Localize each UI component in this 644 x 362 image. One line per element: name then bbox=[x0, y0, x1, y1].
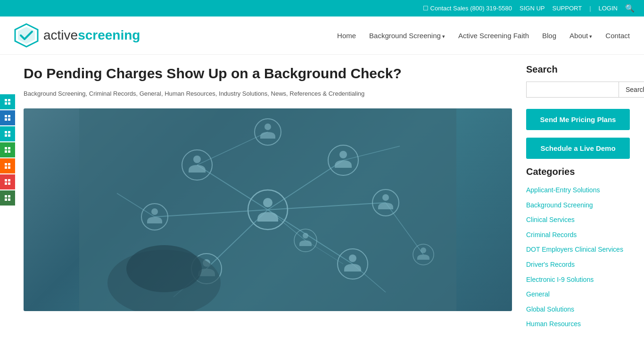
category-item: Clinical Services bbox=[526, 213, 630, 228]
nav-background-screening[interactable]: Background Screening bbox=[369, 32, 445, 40]
category-link[interactable]: General bbox=[526, 290, 550, 298]
category-link[interactable]: Electronic I-9 Solutions bbox=[526, 276, 594, 283]
svg-rect-12 bbox=[5, 134, 7, 137]
logo-text: activescreening bbox=[43, 28, 140, 43]
svg-rect-25 bbox=[8, 182, 10, 185]
categories-section: Categories Applicant-Entry SolutionsBack… bbox=[526, 166, 630, 332]
category-link[interactable]: Driver's Records bbox=[526, 261, 575, 268]
social-btn-5[interactable] bbox=[0, 158, 15, 173]
svg-rect-18 bbox=[5, 163, 7, 165]
svg-point-50 bbox=[264, 123, 271, 130]
svg-rect-24 bbox=[5, 182, 7, 185]
category-item: Criminal Records bbox=[526, 228, 630, 243]
svg-rect-27 bbox=[8, 195, 10, 197]
svg-rect-17 bbox=[8, 150, 10, 153]
social-btn-3[interactable] bbox=[0, 126, 15, 141]
svg-rect-16 bbox=[5, 150, 7, 153]
logo-icon bbox=[14, 23, 39, 48]
category-item: Driver's Records bbox=[526, 257, 630, 272]
search-section: Search Search bbox=[526, 64, 630, 98]
svg-point-46 bbox=[263, 198, 272, 207]
article-image bbox=[24, 108, 512, 311]
nav-about[interactable]: About bbox=[570, 32, 592, 40]
article-title: Do Pending Charges Show Up on a Backgrou… bbox=[24, 64, 512, 82]
social-btn-6[interactable] bbox=[0, 174, 15, 189]
svg-rect-14 bbox=[5, 147, 7, 149]
svg-point-64 bbox=[303, 233, 308, 239]
category-link[interactable]: Human Resources bbox=[526, 320, 581, 328]
category-item: DOT Employers Clinical Services bbox=[526, 242, 630, 257]
svg-rect-26 bbox=[5, 195, 7, 197]
social-btn-4[interactable] bbox=[0, 142, 15, 157]
svg-point-56 bbox=[349, 255, 356, 262]
svg-rect-21 bbox=[8, 166, 10, 169]
category-link[interactable]: Global Solutions bbox=[526, 305, 574, 313]
header: activescreening Home Background Screenin… bbox=[0, 16, 644, 55]
category-link[interactable]: Background Screening bbox=[526, 201, 593, 209]
category-link[interactable]: Clinical Services bbox=[526, 216, 575, 223]
nav-home[interactable]: Home bbox=[337, 32, 356, 40]
category-link[interactable]: Applicant-Entry Solutions bbox=[526, 186, 600, 194]
category-link[interactable]: Criminal Records bbox=[526, 231, 577, 239]
svg-rect-9 bbox=[8, 118, 10, 121]
login-link[interactable]: LOGIN bbox=[599, 5, 618, 12]
divider: | bbox=[589, 5, 591, 12]
article-tags: Background Screening, Criminal Records, … bbox=[24, 89, 512, 99]
search-row: Search bbox=[526, 82, 630, 98]
svg-rect-29 bbox=[8, 198, 10, 201]
social-btn-1[interactable] bbox=[0, 94, 15, 109]
svg-rect-23 bbox=[8, 179, 10, 181]
svg-rect-3 bbox=[8, 99, 10, 101]
svg-rect-19 bbox=[8, 163, 10, 165]
category-item: Electronic I-9 Solutions bbox=[526, 272, 630, 288]
svg-rect-4 bbox=[5, 102, 7, 105]
main-nav: Home Background Screening Active Screeni… bbox=[337, 32, 630, 40]
search-icon[interactable]: 🔍 bbox=[625, 4, 635, 13]
svg-point-62 bbox=[421, 247, 426, 253]
pricing-plans-button[interactable]: Send Me Pricing Plans bbox=[526, 109, 630, 130]
svg-rect-5 bbox=[8, 102, 10, 105]
network-visualization bbox=[24, 108, 512, 311]
svg-rect-28 bbox=[5, 198, 7, 201]
svg-point-66 bbox=[126, 245, 202, 292]
svg-point-48 bbox=[193, 156, 201, 163]
svg-rect-10 bbox=[5, 131, 7, 133]
logo[interactable]: activescreening bbox=[14, 23, 140, 48]
contact-sales[interactable]: ☐ Contact Sales (800) 319-5580 bbox=[423, 5, 512, 12]
search-button[interactable]: Search bbox=[619, 82, 644, 98]
category-item: Global Solutions bbox=[526, 302, 630, 317]
signup-link[interactable]: SIGN UP bbox=[520, 5, 545, 12]
nav-contact[interactable]: Contact bbox=[605, 32, 630, 40]
category-link[interactable]: DOT Employers Clinical Services bbox=[526, 246, 623, 253]
article-area: Do Pending Charges Show Up on a Backgrou… bbox=[24, 64, 512, 343]
nav-blog[interactable]: Blog bbox=[542, 32, 556, 40]
category-list: Applicant-Entry SolutionsBackground Scre… bbox=[526, 183, 630, 332]
search-heading: Search bbox=[526, 64, 630, 75]
svg-rect-11 bbox=[8, 131, 10, 133]
categories-heading: Categories bbox=[526, 166, 630, 177]
social-btn-7[interactable] bbox=[0, 190, 15, 206]
main-layout: Do Pending Charges Show Up on a Backgrou… bbox=[0, 55, 644, 353]
social-btn-2[interactable] bbox=[0, 110, 15, 125]
svg-rect-2 bbox=[5, 99, 7, 101]
svg-rect-13 bbox=[8, 134, 10, 137]
right-sidebar: Search Search Send Me Pricing Plans Sche… bbox=[526, 64, 630, 343]
support-link[interactable]: SUPPORT bbox=[553, 5, 582, 12]
svg-rect-7 bbox=[8, 115, 10, 117]
svg-rect-15 bbox=[8, 147, 10, 149]
category-item: Background Screening bbox=[526, 198, 630, 213]
category-item: Human Resources bbox=[526, 317, 630, 332]
live-demo-button[interactable]: Schedule a Live Demo bbox=[526, 138, 630, 159]
svg-point-52 bbox=[339, 151, 347, 158]
search-input[interactable] bbox=[526, 82, 619, 98]
category-item: General bbox=[526, 287, 630, 302]
svg-rect-20 bbox=[5, 166, 7, 169]
svg-rect-22 bbox=[5, 179, 7, 181]
svg-point-60 bbox=[151, 208, 158, 215]
svg-rect-6 bbox=[5, 115, 7, 117]
left-sidebar bbox=[0, 94, 15, 206]
top-bar: ☐ Contact Sales (800) 319-5580 SIGN UP S… bbox=[0, 0, 644, 16]
svg-point-54 bbox=[382, 194, 389, 201]
svg-rect-8 bbox=[5, 118, 7, 121]
nav-faith[interactable]: Active Screening Faith bbox=[458, 32, 529, 40]
